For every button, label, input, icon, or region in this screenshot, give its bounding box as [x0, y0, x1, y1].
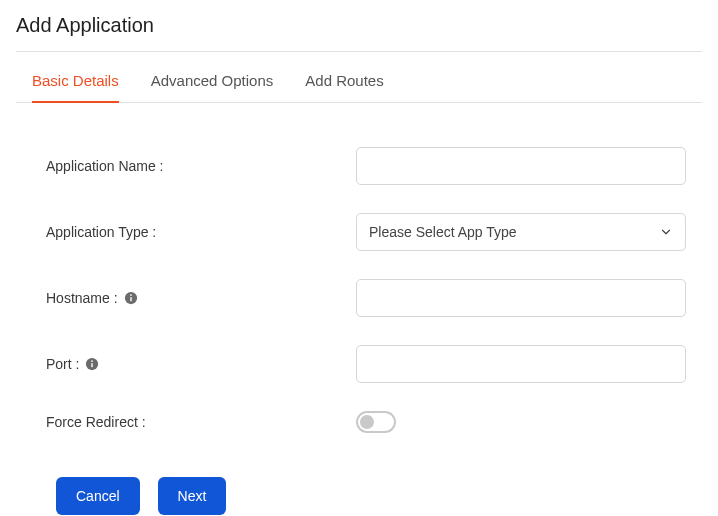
label-port-text: Port :: [46, 356, 79, 372]
info-icon[interactable]: [124, 291, 138, 305]
svg-rect-4: [92, 363, 93, 367]
tabs: Basic Details Advanced Options Add Route…: [16, 72, 702, 103]
label-force-redirect-text: Force Redirect :: [46, 414, 146, 430]
hostname-input[interactable]: [356, 279, 686, 317]
row-port: Port :: [46, 345, 686, 383]
divider: [16, 51, 702, 52]
row-hostname: Hostname :: [46, 279, 686, 317]
application-type-selected-text: Please Select App Type: [369, 224, 517, 240]
row-application-name: Application Name :: [46, 147, 686, 185]
tab-advanced-options[interactable]: Advanced Options: [151, 72, 274, 103]
force-redirect-toggle[interactable]: [356, 411, 396, 433]
chevron-down-icon: [659, 225, 673, 239]
svg-rect-1: [130, 297, 131, 301]
application-name-input[interactable]: [356, 147, 686, 185]
label-application-name-text: Application Name :: [46, 158, 164, 174]
form-actions: Cancel Next: [46, 477, 686, 515]
label-force-redirect: Force Redirect :: [46, 414, 356, 430]
info-icon[interactable]: [85, 357, 99, 371]
tab-add-routes[interactable]: Add Routes: [305, 72, 383, 103]
svg-point-2: [130, 294, 132, 296]
svg-point-5: [92, 360, 94, 362]
cancel-button[interactable]: Cancel: [56, 477, 140, 515]
application-type-select[interactable]: Please Select App Type: [356, 213, 686, 251]
row-application-type: Application Type : Please Select App Typ…: [46, 213, 686, 251]
label-application-name: Application Name :: [46, 158, 356, 174]
label-application-type: Application Type :: [46, 224, 356, 240]
label-hostname-text: Hostname :: [46, 290, 118, 306]
port-input[interactable]: [356, 345, 686, 383]
form-basic-details: Application Name : Application Type : Pl…: [16, 103, 702, 515]
label-port: Port :: [46, 356, 356, 372]
tab-basic-details[interactable]: Basic Details: [32, 72, 119, 103]
row-force-redirect: Force Redirect :: [46, 411, 686, 433]
label-application-type-text: Application Type :: [46, 224, 156, 240]
next-button[interactable]: Next: [158, 477, 227, 515]
toggle-knob: [360, 415, 374, 429]
label-hostname: Hostname :: [46, 290, 356, 306]
page-title: Add Application: [16, 14, 702, 51]
